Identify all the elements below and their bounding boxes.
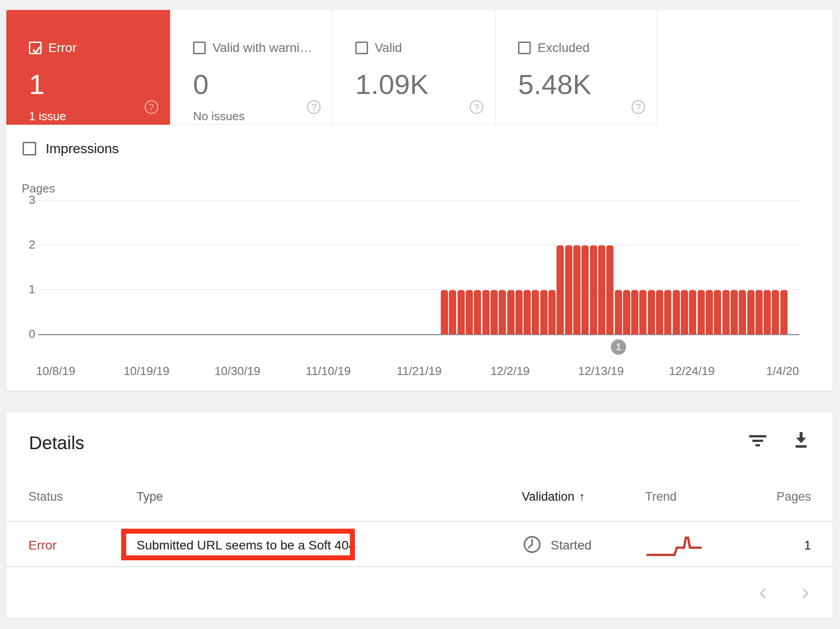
card-subtext: No issues xyxy=(193,109,245,123)
card-checkbox-valid-with-warnings[interactable] xyxy=(193,42,206,54)
chart-bar xyxy=(656,290,663,334)
chart-bar xyxy=(722,290,730,334)
row-validation-status: Started xyxy=(551,538,591,553)
card-count: 0 xyxy=(193,69,208,100)
summary-cards-row: Error11 issue?Valid with warnings0No iss… xyxy=(6,10,833,125)
chart-bar xyxy=(441,290,448,334)
chart-bar xyxy=(706,290,713,334)
chart-bar xyxy=(780,290,788,334)
impressions-checkbox[interactable] xyxy=(23,142,36,155)
chart-bar xyxy=(474,290,481,334)
details-title: Details xyxy=(29,433,84,453)
previous-page-icon[interactable] xyxy=(758,587,769,600)
card-checkbox-excluded[interactable] xyxy=(518,42,531,54)
coverage-chart-panel: Error11 issue?Valid with warnings0No iss… xyxy=(6,10,833,391)
chart-bar xyxy=(491,290,498,334)
x-tick-label: 10/30/19 xyxy=(201,364,274,378)
x-tick-label: 11/10/19 xyxy=(292,364,364,378)
table-divider xyxy=(6,521,833,522)
help-icon[interactable]: ? xyxy=(470,100,483,114)
card-count: 1.09K xyxy=(355,69,429,100)
table-divider xyxy=(6,566,833,567)
chart-bar xyxy=(507,290,514,334)
impressions-toggle[interactable]: Impressions xyxy=(23,141,119,156)
x-tick-label: 12/24/19 xyxy=(656,364,728,378)
column-header-pages[interactable]: Pages xyxy=(776,490,811,504)
x-tick-label: 11/21/19 xyxy=(383,364,455,378)
download-icon[interactable] xyxy=(791,430,811,450)
chart-bar xyxy=(540,290,547,334)
card-count: 5.48K xyxy=(518,69,591,100)
filter-bar xyxy=(752,440,763,442)
x-tick-label: 10/8/19 xyxy=(19,364,92,378)
chart-bar xyxy=(631,290,638,334)
chart-bar xyxy=(590,245,597,334)
summary-card-error[interactable]: Error11 issue? xyxy=(6,10,170,125)
event-marker[interactable]: 1 xyxy=(611,339,626,355)
filter-bar xyxy=(755,444,760,446)
help-icon[interactable]: ? xyxy=(632,100,645,114)
chart-bar xyxy=(573,245,580,334)
row-status: Error xyxy=(28,538,57,553)
chart-bar xyxy=(689,290,696,334)
chart-bar xyxy=(499,290,506,334)
card-checkbox-error[interactable] xyxy=(29,42,42,54)
chart-bar xyxy=(673,290,680,334)
card-label: Valid with warnings xyxy=(212,41,314,55)
x-tick-label: 1/4/20 xyxy=(746,364,819,378)
chart-bar xyxy=(664,290,671,334)
chart-bar xyxy=(615,290,622,334)
filter-icon[interactable] xyxy=(748,431,768,451)
y-tick-label: 0 xyxy=(6,327,35,341)
y-tick-label: 2 xyxy=(6,238,35,252)
x-tick-label: 10/19/19 xyxy=(110,364,183,378)
help-icon[interactable]: ? xyxy=(145,100,158,114)
chart-bar xyxy=(747,290,755,334)
chart-bar xyxy=(581,245,589,334)
filter-bar xyxy=(749,435,766,437)
chart-bar xyxy=(772,290,779,334)
annotation-highlight xyxy=(121,529,355,560)
help-icon[interactable]: ? xyxy=(307,100,321,114)
next-page-icon[interactable] xyxy=(800,587,811,600)
chart-bar xyxy=(524,290,531,334)
card-count: 1 xyxy=(29,69,44,100)
y-tick-label: 3 xyxy=(6,193,35,207)
chart-bar xyxy=(449,290,456,334)
card-label: Excluded xyxy=(538,41,590,55)
x-tick-label: 12/2/19 xyxy=(474,364,546,378)
chart-bar xyxy=(623,290,630,334)
card-label: Error xyxy=(48,41,76,55)
impressions-label: Impressions xyxy=(46,141,119,156)
chart-bar xyxy=(739,290,746,334)
chart-bar xyxy=(698,290,705,334)
chart-bar xyxy=(714,290,721,334)
chart-bar xyxy=(532,290,539,334)
summary-card-valid[interactable]: Valid1.09K? xyxy=(332,10,495,125)
chart-bar xyxy=(482,290,490,334)
chart-bar xyxy=(515,290,523,334)
card-label: Valid xyxy=(375,41,402,55)
cards-filler xyxy=(657,10,833,125)
chart-bar xyxy=(458,290,465,334)
summary-card-excluded[interactable]: Excluded5.48K? xyxy=(495,10,657,125)
column-header-status[interactable]: Status xyxy=(28,490,63,504)
column-header-type[interactable]: Type xyxy=(137,490,163,504)
chart-bar xyxy=(606,245,613,334)
chart-bar xyxy=(557,245,564,334)
column-header-validation[interactable]: Validation↑ xyxy=(522,490,585,504)
y-tick-label: 1 xyxy=(6,282,35,296)
chart-bar xyxy=(681,290,688,334)
summary-card-valid-with-warnings[interactable]: Valid with warnings0No issues? xyxy=(170,10,332,125)
card-checkbox-valid[interactable] xyxy=(355,42,368,54)
chart-bar xyxy=(466,290,473,334)
chart-bar xyxy=(731,290,738,334)
details-panel: Details Status Type Validation↑ Trend Pa… xyxy=(6,413,833,618)
chart-bar xyxy=(565,245,572,334)
x-tick-label: 12/13/19 xyxy=(565,364,637,378)
chart-bar xyxy=(598,245,605,334)
chart-bar xyxy=(648,290,655,334)
column-header-trend[interactable]: Trend xyxy=(645,490,677,504)
chart-bar xyxy=(639,290,647,334)
chart-bar xyxy=(548,290,556,334)
